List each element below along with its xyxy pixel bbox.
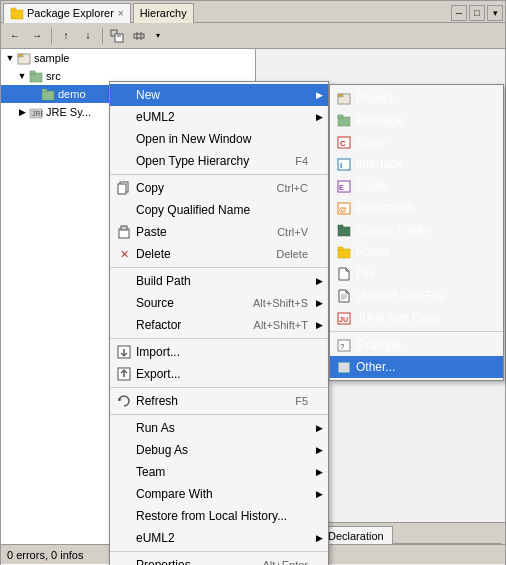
- menu-item-team[interactable]: Team ▶: [110, 461, 328, 483]
- restore-icon: [116, 508, 132, 524]
- up-button[interactable]: ↑: [56, 26, 76, 46]
- copy-shortcut: Ctrl+C: [277, 182, 308, 194]
- menu-item-new[interactable]: New ▶ Project...: [110, 84, 328, 106]
- submenu-item-other[interactable]: Other...: [330, 356, 503, 378]
- delete-shortcut: Delete: [276, 248, 308, 260]
- submenu-item-package[interactable]: Package: [330, 109, 503, 131]
- menu-item-compare-with[interactable]: Compare With ▶: [110, 483, 328, 505]
- menu-item-refresh[interactable]: Refresh F5: [110, 390, 328, 412]
- menu-item-restore[interactable]: Restore from Local History...: [110, 505, 328, 527]
- collapse-all-button[interactable]: [107, 26, 127, 46]
- svg-rect-3: [115, 34, 123, 42]
- separator-2: [110, 267, 328, 268]
- menu-item-build-path[interactable]: Build Path ▶: [110, 270, 328, 292]
- maximize-button[interactable]: □: [469, 5, 485, 21]
- submenu-item-enum[interactable]: E Enum: [330, 175, 503, 197]
- submenu-label-class: Class: [356, 135, 386, 149]
- submenu-item-project[interactable]: Project...: [330, 87, 503, 109]
- separator-6: [110, 551, 328, 552]
- back-button[interactable]: ←: [5, 26, 25, 46]
- debug-as-icon: [116, 442, 132, 458]
- separator-3: [110, 338, 328, 339]
- submenu-item-class[interactable]: C Class: [330, 131, 503, 153]
- separator-5: [110, 414, 328, 415]
- svg-rect-18: [338, 117, 350, 126]
- submenu-item-source-folder[interactable]: Source Folder: [330, 219, 503, 241]
- svg-rect-12: [42, 91, 54, 100]
- submenu-label-folder: Folder: [356, 245, 390, 259]
- down-button[interactable]: ↓: [78, 26, 98, 46]
- menu-item-compare-with-label: Compare With: [136, 487, 308, 501]
- tree-arrow-demo: [29, 89, 39, 99]
- other-submenu-icon: [336, 359, 352, 375]
- tab-hierarchy[interactable]: Hierarchy: [133, 3, 194, 23]
- svg-rect-29: [338, 225, 343, 228]
- package-explorer-icon: [10, 6, 24, 20]
- menu-item-refresh-label: Refresh: [136, 394, 285, 408]
- tab-close-icon[interactable]: ×: [118, 8, 124, 19]
- menu-item-delete[interactable]: ✕ Delete Delete: [110, 243, 328, 265]
- menu-item-team-label: Team: [136, 465, 308, 479]
- minimize-button[interactable]: ─: [451, 5, 467, 21]
- export-icon: [116, 366, 132, 382]
- menu-item-open-window[interactable]: Open in New Window: [110, 128, 328, 150]
- package-icon: [41, 87, 55, 101]
- submenu-item-file[interactable]: File: [330, 263, 503, 285]
- refactor-arrow: ▶: [316, 320, 323, 330]
- menu-item-source[interactable]: Source Alt+Shift+S ▶: [110, 292, 328, 314]
- run-as-icon: [116, 420, 132, 436]
- submenu-item-folder[interactable]: Folder: [330, 241, 503, 263]
- file-submenu-icon: [336, 266, 352, 282]
- svg-text:C: C: [340, 139, 346, 148]
- menu-item-properties[interactable]: Properties Alt+Enter: [110, 554, 328, 565]
- menu-item-export[interactable]: Export...: [110, 363, 328, 385]
- source-icon: [116, 295, 132, 311]
- build-path-arrow: ▶: [316, 276, 323, 286]
- menu-item-copy[interactable]: Copy Ctrl+C: [110, 177, 328, 199]
- submenu-label-junit: JUnit Test Case: [356, 311, 440, 325]
- menu-item-open-type[interactable]: Open Type Hierarchy F4: [110, 150, 328, 172]
- menu-item-euml2-2[interactable]: eUML2 ▶: [110, 527, 328, 549]
- toolbar-dropdown[interactable]: ▾: [151, 26, 165, 46]
- tab-controls: ─ □ ▾: [451, 5, 503, 21]
- debug-as-arrow: ▶: [316, 445, 323, 455]
- separator-1: [110, 174, 328, 175]
- tab-package-explorer[interactable]: Package Explorer ×: [3, 3, 131, 23]
- submenu-item-annotation[interactable]: @ Annotation: [330, 197, 503, 219]
- menu-item-euml2-1[interactable]: eUML2 ▶: [110, 106, 328, 128]
- menu-item-copy-label: Copy: [136, 181, 267, 195]
- tab-package-explorer-label: Package Explorer: [27, 7, 114, 19]
- menu-item-refactor[interactable]: Refactor Alt+Shift+T ▶: [110, 314, 328, 336]
- menu-item-properties-label: Properties: [136, 558, 252, 565]
- toolbar-separator-1: [51, 28, 52, 44]
- tab-bar: Package Explorer × Hierarchy ─ □ ▾: [1, 1, 505, 23]
- svg-rect-31: [338, 247, 343, 250]
- svg-rect-43: [121, 226, 127, 230]
- svg-rect-10: [30, 73, 42, 82]
- menu-item-import[interactable]: Import...: [110, 341, 328, 363]
- toolbar-separator-2: [102, 28, 103, 44]
- view-menu-button[interactable]: ▾: [487, 5, 503, 21]
- tree-item-sample[interactable]: ▼ sample: [1, 49, 255, 67]
- submenu-item-example[interactable]: ? Example...: [330, 334, 503, 356]
- menu-item-import-label: Import...: [136, 345, 308, 359]
- submenu-label-package: Package: [356, 113, 403, 127]
- menu-item-run-as-label: Run As: [136, 421, 308, 435]
- team-icon: [116, 464, 132, 480]
- menu-item-restore-label: Restore from Local History...: [136, 509, 308, 523]
- menu-item-debug-as[interactable]: Debug As ▶: [110, 439, 328, 461]
- submenu-item-interface[interactable]: I Interface: [330, 153, 503, 175]
- link-button[interactable]: [129, 26, 149, 46]
- menu-item-delete-label: Delete: [136, 247, 266, 261]
- menu-item-copy-qualified[interactable]: Copy Qualified Name: [110, 199, 328, 221]
- submenu-item-junit[interactable]: JU JUnit Test Case: [330, 307, 503, 329]
- submenu-item-text-file[interactable]: Untitled Text File: [330, 285, 503, 307]
- project-icon: [17, 51, 31, 65]
- menu-item-run-as[interactable]: Run As ▶: [110, 417, 328, 439]
- tab-declaration[interactable]: Declaration: [319, 526, 393, 544]
- svg-rect-13: [42, 89, 47, 92]
- menu-item-paste[interactable]: Paste Ctrl+V: [110, 221, 328, 243]
- submenu-label-text-file: Untitled Text File: [356, 289, 444, 303]
- submenu-label-example: Example...: [356, 338, 413, 352]
- forward-button[interactable]: →: [27, 26, 47, 46]
